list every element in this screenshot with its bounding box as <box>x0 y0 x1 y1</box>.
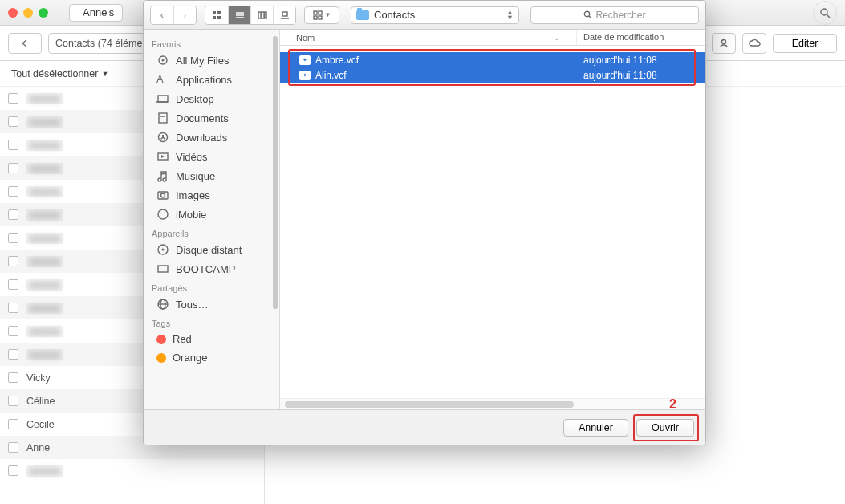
sidebar-tag-item[interactable]: Orange <box>144 348 279 367</box>
checkbox[interactable] <box>8 303 18 313</box>
sidebar-item-label: Applications <box>176 74 232 86</box>
sidebar-item[interactable]: Desktop <box>144 89 279 108</box>
sidebar-item-label: Tous… <box>176 299 208 311</box>
search-placeholder: Rechercher <box>595 10 645 21</box>
file-list[interactable]: 1 ✦Ambre.vcfaujourd'hui 11:08✦Alin.vcfau… <box>280 46 705 398</box>
sidebar-item-label: Red <box>173 333 192 345</box>
contact-name-blurred: xxxxxx <box>26 93 63 104</box>
checkbox[interactable] <box>8 442 18 453</box>
contact-name-blurred: xxxxxx <box>26 209 63 221</box>
column-name[interactable]: Nom ⌄ <box>280 30 577 45</box>
horizontal-scrollbar[interactable] <box>280 398 705 409</box>
maximize-icon[interactable] <box>39 8 48 18</box>
sidebar-item-label: Images <box>176 189 210 201</box>
svg-point-5 <box>722 39 726 43</box>
svg-rect-39 <box>158 266 168 272</box>
checkbox[interactable] <box>8 93 18 104</box>
arrange-button[interactable]: ▼ <box>304 6 339 24</box>
sidebar-item-label: Orange <box>173 352 207 364</box>
sidebar-icon <box>156 208 169 221</box>
contact-name-blurred: xxxxxx <box>26 140 63 151</box>
sidebar-item[interactable]: Vidéos <box>144 147 279 166</box>
globe-icon <box>156 298 169 311</box>
bg-back-button[interactable] <box>8 33 42 54</box>
nav-back-button[interactable]: ‹ <box>151 6 173 24</box>
checkbox[interactable] <box>8 140 18 150</box>
view-icons-button[interactable] <box>205 6 228 24</box>
svg-line-23 <box>589 16 591 18</box>
svg-point-35 <box>161 193 165 197</box>
checkbox[interactable] <box>8 326 18 336</box>
file-row[interactable]: ✦Alin.vcfaujourd'hui 11:08 <box>280 67 705 83</box>
close-icon[interactable] <box>8 8 18 18</box>
checkbox[interactable] <box>8 396 18 406</box>
cancel-button[interactable]: Annuler <box>563 419 628 437</box>
sidebar-item[interactable]: BOOTCAMP <box>144 259 279 278</box>
file-area: Nom ⌄ Date de modification 1 ✦Ambre.vcfa… <box>280 30 705 409</box>
checkbox[interactable] <box>8 349 18 360</box>
editer-button[interactable]: Editer <box>773 34 837 53</box>
checkbox[interactable] <box>8 209 18 220</box>
sidebar-icon <box>156 131 169 144</box>
svg-rect-9 <box>217 16 221 19</box>
file-name: Ambre.vcf <box>315 55 359 66</box>
view-coverflow-button[interactable] <box>273 6 295 24</box>
search-field[interactable]: Rechercher <box>530 6 699 24</box>
sidebar-item[interactable]: iMobie <box>144 205 279 224</box>
location-select[interactable]: Contacts ▲▼ <box>351 6 519 24</box>
bg-tool-4[interactable] <box>742 33 766 54</box>
checkbox[interactable] <box>8 163 18 173</box>
file-row[interactable]: ✦Ambre.vcfaujourd'hui 11:08 <box>280 52 705 67</box>
checkbox[interactable] <box>8 279 18 290</box>
view-list-button[interactable] <box>228 6 250 24</box>
column-date[interactable]: Date de modification <box>577 30 705 45</box>
minimize-icon[interactable] <box>23 8 33 18</box>
bg-search-button[interactable] <box>813 1 837 25</box>
sidebar-item-label: Documents <box>176 112 229 124</box>
sidebar-item-label: Musique <box>176 170 215 182</box>
person-icon <box>718 38 729 49</box>
checkbox[interactable] <box>8 186 18 197</box>
contact-name-blurred: xxxxxx <box>26 256 63 267</box>
open-button[interactable]: Ouvrir <box>636 419 694 437</box>
view-columns-button[interactable] <box>250 6 273 24</box>
sidebar-tag-item[interactable]: Red <box>144 330 279 348</box>
sidebar-icon <box>156 92 169 105</box>
contact-name-blurred: xxxxxx <box>26 233 63 244</box>
sidebar-item[interactable]: All My Files <box>144 51 279 70</box>
search-icon <box>819 7 831 18</box>
columns-icon <box>258 10 267 20</box>
sidebar-item[interactable]: Disque distant <box>144 240 279 259</box>
sidebar-scrollbar[interactable] <box>273 36 278 341</box>
sidebar-item-label: Desktop <box>176 93 214 105</box>
bg-tool-3[interactable] <box>712 33 736 54</box>
deselect-all[interactable]: Tout désélectionner <box>11 68 98 79</box>
sidebar-item[interactable]: Documents <box>144 108 279 128</box>
checkbox[interactable] <box>8 256 18 266</box>
contact-name-blurred: xxxxxx <box>26 279 63 291</box>
sidebar-item[interactable]: Downloads <box>144 128 279 147</box>
contact-row[interactable]: xxxxxx <box>0 459 264 482</box>
contact-name-blurred: xxxxxx <box>26 465 63 477</box>
checkbox[interactable] <box>8 233 18 243</box>
sidebar-item[interactable]: AApplications <box>144 70 279 89</box>
chevron-down-icon: ▼ <box>325 11 331 18</box>
sidebar-item[interactable]: Tous… <box>144 295 279 314</box>
device-path[interactable]: Anne's <box>69 4 123 22</box>
nav-forward-button[interactable]: › <box>173 6 196 24</box>
sidebar-item[interactable]: Images <box>144 185 279 205</box>
svg-rect-29 <box>159 113 167 123</box>
svg-rect-27 <box>158 96 168 102</box>
checkbox[interactable] <box>8 372 18 383</box>
contact-name-blurred: xxxxxx <box>26 349 63 360</box>
svg-point-38 <box>162 249 165 251</box>
checkbox[interactable] <box>8 465 18 476</box>
sidebar-favorites-header: Favoris <box>144 35 279 51</box>
svg-rect-18 <box>314 11 317 14</box>
checkbox[interactable] <box>8 419 18 429</box>
vcf-file-icon: ✦ <box>299 55 311 65</box>
sidebar-item[interactable]: Musique <box>144 166 279 185</box>
vcf-file-icon: ✦ <box>299 71 311 80</box>
breadcrumb-text: Contacts (74 élémen <box>55 38 148 49</box>
checkbox[interactable] <box>8 116 18 127</box>
